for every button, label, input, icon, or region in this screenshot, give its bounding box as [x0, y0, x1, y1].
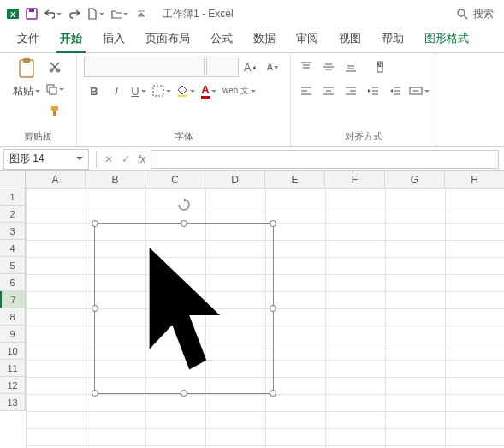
svg-rect-13	[53, 111, 56, 116]
row-header[interactable]: 7	[0, 291, 26, 308]
select-all-corner[interactable]	[0, 171, 26, 188]
tab-insert[interactable]: 插入	[94, 26, 133, 52]
resize-handle[interactable]	[181, 220, 187, 227]
align-left-icon[interactable]	[296, 81, 317, 101]
fill-color-icon[interactable]	[175, 81, 197, 101]
wrap-text-icon[interactable]: ab	[373, 57, 394, 77]
resize-handle[interactable]	[181, 390, 187, 397]
resize-handle[interactable]	[270, 220, 276, 227]
font-color-icon[interactable]: A	[199, 81, 219, 101]
bold-button[interactable]: B	[84, 81, 104, 101]
paste-icon[interactable]	[15, 57, 39, 81]
column-header[interactable]: D	[205, 171, 265, 188]
align-right-icon[interactable]	[341, 81, 361, 101]
cancel-formula-icon[interactable]: ✕	[100, 153, 117, 165]
column-header[interactable]: E	[265, 171, 325, 188]
accept-formula-icon[interactable]: ✓	[117, 153, 134, 165]
column-header[interactable]: B	[86, 171, 145, 188]
resize-handle[interactable]	[92, 390, 98, 397]
ribbon: 粘贴 剪贴板 A▲ A▼ B I U A	[0, 53, 504, 147]
tab-file[interactable]: 文件	[9, 26, 48, 52]
search-placeholder: 搜索	[473, 7, 494, 21]
copy-icon[interactable]	[44, 79, 66, 99]
column-header[interactable]: G	[385, 171, 445, 188]
border-icon[interactable]	[151, 81, 173, 101]
align-middle-icon[interactable]	[318, 57, 339, 77]
align-top-icon[interactable]	[296, 57, 317, 77]
rotate-handle-icon[interactable]	[177, 198, 191, 214]
new-file-icon[interactable]	[86, 3, 106, 24]
svg-rect-7	[23, 58, 30, 63]
resize-handle[interactable]	[92, 305, 98, 312]
row-header[interactable]: 13	[0, 394, 26, 411]
cut-icon[interactable]	[44, 57, 66, 77]
row-header[interactable]: 5	[0, 257, 26, 274]
open-folder-icon[interactable]	[110, 3, 130, 24]
row-header[interactable]: 2	[0, 206, 26, 223]
undo-icon[interactable]	[43, 3, 63, 24]
group-font: A▲ A▼ B I U A wen 文 字体	[77, 53, 291, 146]
svg-rect-14	[153, 86, 163, 96]
selected-shape[interactable]	[94, 223, 274, 394]
fx-icon[interactable]: fx	[138, 153, 145, 165]
name-box[interactable]: 图形 14	[3, 149, 89, 170]
indent-decrease-icon[interactable]	[363, 81, 383, 101]
worksheet[interactable]: ABCDEFGH 12345678910111213	[0, 171, 504, 448]
row-header[interactable]: 8	[0, 308, 26, 326]
tab-help[interactable]: 帮助	[373, 26, 412, 52]
font-name-combo[interactable]	[84, 57, 205, 77]
save-icon[interactable]	[24, 6, 39, 21]
tab-formulas[interactable]: 公式	[202, 26, 241, 52]
font-size-combo[interactable]	[206, 57, 239, 77]
svg-rect-11	[50, 87, 56, 94]
column-headers: ABCDEFGH	[26, 171, 504, 188]
ribbon-tabs: 文件 开始 插入 页面布局 公式 数据 审阅 视图 帮助 图形格式	[0, 27, 504, 53]
decrease-font-icon[interactable]: A▼	[263, 57, 283, 77]
svg-line-5	[464, 15, 467, 19]
formula-bar: 图形 14 ✕ ✓ fx	[0, 147, 504, 171]
tab-view[interactable]: 视图	[330, 26, 370, 52]
name-box-value: 图形 14	[9, 152, 44, 166]
qat-customize-icon[interactable]	[133, 6, 149, 21]
resize-handle[interactable]	[270, 305, 276, 312]
row-header[interactable]: 9	[0, 326, 26, 343]
italic-button[interactable]: I	[106, 81, 127, 101]
group-align-label: 对齐方式	[345, 128, 382, 145]
increase-font-icon[interactable]: A▲	[240, 57, 261, 77]
row-header[interactable]: 6	[0, 274, 26, 291]
group-clipboard-label: 剪贴板	[24, 128, 52, 145]
row-header[interactable]: 1	[0, 188, 26, 206]
row-header[interactable]: 12	[0, 377, 26, 394]
tab-data[interactable]: 数据	[245, 26, 284, 52]
search-box[interactable]: 搜索	[451, 5, 499, 23]
column-header[interactable]: C	[145, 171, 205, 188]
cursor-arrow-shape[interactable]	[127, 241, 240, 376]
redo-icon[interactable]	[67, 6, 82, 21]
merge-cells-icon[interactable]	[407, 81, 431, 101]
row-header[interactable]: 3	[0, 223, 26, 240]
svg-text:ab: ab	[377, 62, 383, 68]
row-header[interactable]: 11	[0, 360, 26, 377]
underline-button[interactable]: U	[128, 81, 149, 101]
row-header[interactable]: 10	[0, 343, 26, 360]
chevron-down-icon	[76, 157, 83, 164]
tab-home[interactable]: 开始	[51, 26, 91, 52]
tab-shape-format[interactable]: 图形格式	[416, 26, 477, 52]
search-icon	[456, 8, 468, 20]
formula-input[interactable]	[151, 150, 499, 169]
svg-text:X: X	[10, 10, 15, 19]
resize-handle[interactable]	[92, 220, 98, 227]
resize-handle[interactable]	[270, 390, 276, 397]
column-header[interactable]: H	[445, 171, 504, 188]
paste-label[interactable]: 粘贴	[11, 81, 42, 101]
align-center-icon[interactable]	[318, 81, 339, 101]
indent-increase-icon[interactable]	[385, 81, 406, 101]
format-painter-icon[interactable]	[44, 101, 66, 122]
column-header[interactable]: A	[26, 171, 86, 188]
tab-review[interactable]: 审阅	[288, 26, 327, 52]
row-header[interactable]: 4	[0, 240, 26, 257]
tab-layout[interactable]: 页面布局	[137, 26, 199, 52]
align-bottom-icon[interactable]	[341, 57, 361, 77]
column-header[interactable]: F	[325, 171, 385, 188]
phonetic-icon[interactable]: wen 文	[221, 81, 258, 101]
